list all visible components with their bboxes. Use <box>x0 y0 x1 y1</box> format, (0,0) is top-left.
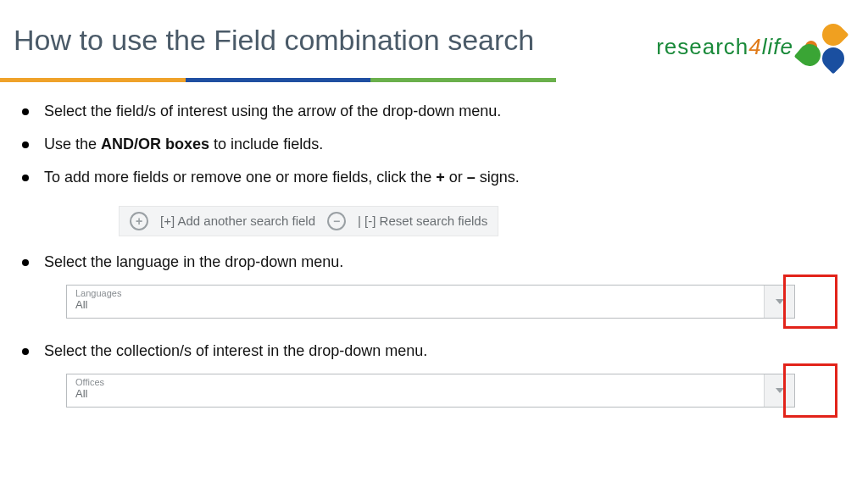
list-item: Select the field/s of interest using the… <box>44 101 844 122</box>
text: to include fields. <box>209 136 323 152</box>
plus-sign: + <box>436 169 445 186</box>
highlight-box <box>783 363 837 418</box>
plus-icon[interactable]: + <box>130 212 148 230</box>
offices-dropdown[interactable]: Offices All <box>66 374 795 408</box>
text: or <box>445 169 467 186</box>
add-field-label[interactable]: [+] Add another search field <box>160 214 315 228</box>
minus-sign: – <box>467 169 476 186</box>
bold-text: AND/OR boxes <box>101 136 209 152</box>
accent-bar <box>0 78 556 82</box>
languages-dropdown[interactable]: Languages All <box>66 285 795 319</box>
research4life-logo: research4life <box>656 24 844 69</box>
logo-text-4: 4 <box>748 34 761 59</box>
list-item: To add more fields or remove one or more… <box>44 167 844 188</box>
dropdown-label: Offices <box>75 378 755 387</box>
logo-petals-icon <box>798 24 844 69</box>
dropdown-value: All <box>75 387 755 402</box>
logo-text-life: life <box>762 34 793 59</box>
minus-icon[interactable]: − <box>327 212 346 230</box>
list-item: Select the collection/s of interest in t… <box>44 341 844 362</box>
text: To add more fields or remove one or more… <box>44 169 436 186</box>
dropdown-label: Languages <box>75 289 755 298</box>
list-item: Select the language in the drop-down men… <box>44 252 844 273</box>
logo-text-research: research <box>656 34 748 59</box>
reset-fields-label[interactable]: | [-] Reset search fields <box>358 214 487 228</box>
text: Use the <box>44 136 101 152</box>
dropdown-value: All <box>75 298 755 313</box>
search-field-controls: + [+] Add another search field − | [-] R… <box>119 206 498 236</box>
text: signs. <box>476 169 520 186</box>
highlight-box <box>783 274 837 329</box>
list-item: Use the AND/OR boxes to include fields. <box>44 134 844 155</box>
page-title: How to use the Field combination search <box>14 24 534 57</box>
